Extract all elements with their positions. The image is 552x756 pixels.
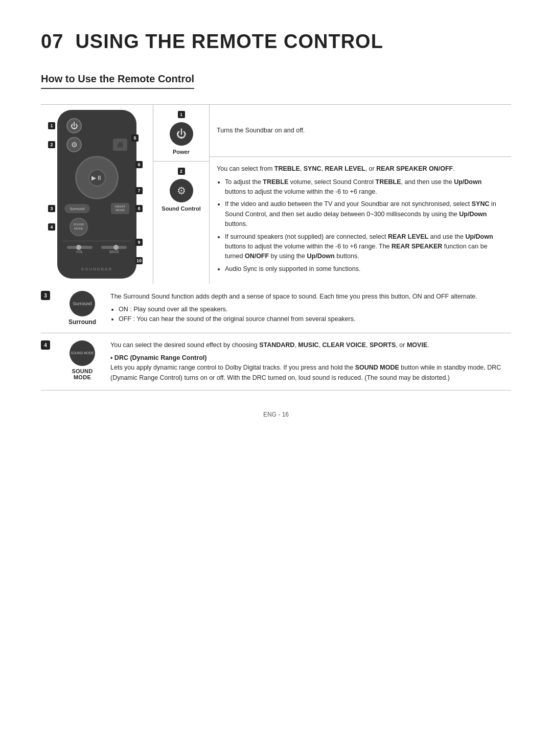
num-badge-4: 4 <box>41 340 50 350</box>
surround-bullet-off: OFF : You can hear the sound of the orig… <box>119 314 506 324</box>
remote-num-9-badge: 9 <box>135 239 143 246</box>
bullet-sync: If the video and audio between the TV an… <box>225 199 504 229</box>
row3-desc-cell: The Surround Sound function adds depth a… <box>105 284 511 333</box>
detail-row-3: 3 Surround Surround The Surround Sound f… <box>41 284 511 333</box>
power-label: Power <box>173 149 190 155</box>
drc-text: Lets you apply dynamic range control to … <box>110 363 506 383</box>
remote-num-2-badge: 2 <box>48 141 55 148</box>
remote-row-soundmode: 4 SOUND MODE <box>62 218 131 236</box>
remote-row-power: 1 ⏻ <box>62 118 131 133</box>
surround-bullets: ON : Play sound over all the speakers. O… <box>110 305 506 325</box>
surround-button[interactable]: Surround <box>64 204 90 213</box>
center-row-2: 2 ⚙ Sound Control <box>153 162 209 284</box>
page-title: 07 USING THE REMOTE CONTROL <box>41 31 511 53</box>
soundbar-label: SOUNDBAR <box>81 267 112 271</box>
remote-dpad-row: 6 7 ▶⏸ <box>62 156 131 199</box>
sound-ctrl-desc: You can select from TREBLE, SYNC, REAR L… <box>217 164 504 174</box>
remote-num-3-badge: 3 <box>48 205 55 212</box>
sound-control-label: Sound Control <box>162 205 200 212</box>
drc-heading: • DRC (Dynamic Range Control) <box>110 354 506 361</box>
sound-control-icon-circle: ⚙ <box>170 179 193 202</box>
sound-mode-button[interactable]: SOUND MODE <box>70 218 88 236</box>
remote-row-10: 10 <box>62 257 131 262</box>
bullet-audio-sync: Audio Sync is only supported in some fun… <box>225 264 504 274</box>
footer: ENG - 16 <box>41 411 511 418</box>
smart-mode-button[interactable]: SMART MODE <box>111 203 129 214</box>
detail-row-4: 4 SOUND MODE SOUND MODE You can select t… <box>41 333 511 391</box>
num-badge-3: 3 <box>41 291 50 300</box>
bullet-rear-level: If surround speakers (not supplied) are … <box>225 232 504 262</box>
surround-bullet-on: ON : Play sound over all the speakers. <box>119 305 506 314</box>
remote-num-8-badge: 8 <box>135 205 143 212</box>
sound-mode-icon-circle: SOUND MODE <box>70 340 95 366</box>
surround-intro: The Surround Sound function adds depth a… <box>110 292 506 302</box>
row3-icon-cell: Surround Surround <box>59 284 105 333</box>
right-row-1: Turns the Soundbar on and off. <box>210 105 511 157</box>
bass-slider[interactable] <box>101 246 127 249</box>
sound-ctrl-bullets: To adjust the TREBLE volume, select Soun… <box>217 177 504 274</box>
bottom-detail-table: 3 Surround Surround The Surround Sound f… <box>41 284 511 391</box>
center-col: 1 ⏻ Power 2 ⚙ Sound Control <box>153 105 210 284</box>
row4-desc-cell: You can select the desired sound effect … <box>105 333 511 391</box>
surround-icon-circle: Surround <box>70 291 95 316</box>
bass-label: BASS <box>109 250 119 254</box>
vol-label: VOL <box>76 250 83 254</box>
remote-num-1-badge: 1 <box>48 122 55 129</box>
right-row-2: You can select from TREBLE, SYNC, REAR L… <box>210 157 511 284</box>
sound-control-button[interactable]: ⚙ <box>66 137 82 152</box>
surround-icon-label: Surround <box>63 318 101 326</box>
remote-num-10-badge: 10 <box>135 257 143 264</box>
section-subtitle: How to Use the Remote Control <box>41 73 194 89</box>
power-icon-circle: ⏻ <box>170 122 193 146</box>
remote-divider <box>62 241 131 241</box>
power-button[interactable]: ⏻ <box>66 118 82 133</box>
center-num-2: 2 <box>178 168 185 175</box>
sound-mode-intro: You can select the desired sound effect … <box>110 340 506 350</box>
input-button[interactable]: ⬛ <box>113 139 127 151</box>
center-num-1: 1 <box>178 111 185 118</box>
remote-num-6-badge: 6 <box>135 161 143 168</box>
row3-num-cell: 3 <box>41 284 59 333</box>
dpad-outer[interactable]: ▶⏸ <box>75 156 119 199</box>
remote-row-2: 2 ⚙ 5 ⬛ <box>62 137 131 152</box>
remote-num-4-badge: 4 <box>48 223 55 231</box>
vol-slider[interactable] <box>67 246 93 249</box>
remote-diagram-col: 1 ⏻ 2 ⚙ 5 ⬛ 6 7 ▶⏸ 3 <box>41 105 153 284</box>
remote-num-5-badge: 5 <box>131 134 139 142</box>
remote-body: 1 ⏻ 2 ⚙ 5 ⬛ 6 7 ▶⏸ 3 <box>57 110 136 279</box>
center-row-1: 1 ⏻ Power <box>153 105 209 162</box>
remote-row-surround: 3 8 Surround SMART MODE <box>62 203 131 214</box>
sound-mode-icon-label: SOUND MODE <box>63 368 101 380</box>
dpad-center[interactable]: ▶⏸ <box>88 169 106 187</box>
row4-num-cell: 4 <box>41 333 59 391</box>
right-col: Turns the Soundbar on and off. You can s… <box>210 105 511 284</box>
top-section: 1 ⏻ 2 ⚙ 5 ⬛ 6 7 ▶⏸ 3 <box>41 104 511 284</box>
remote-num-7-badge: 7 <box>135 187 143 194</box>
bullet-treble: To adjust the TREBLE volume, select Soun… <box>225 177 504 197</box>
remote-row-vol-bass: 9 VOL BASS <box>62 246 131 254</box>
power-desc: Turns the Soundbar on and off. <box>217 126 305 135</box>
row4-icon-cell: SOUND MODE SOUND MODE <box>59 333 105 391</box>
